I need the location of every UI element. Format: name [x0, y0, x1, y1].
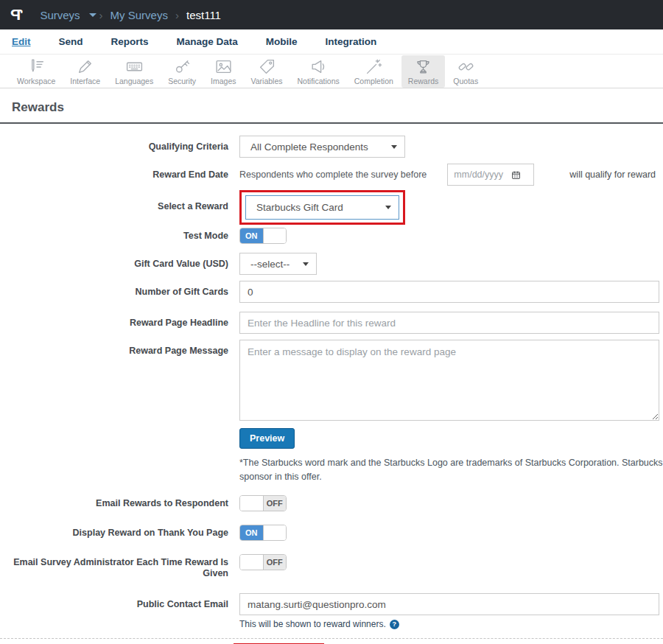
help-icon[interactable]: ? — [390, 620, 399, 629]
toolbar-item-languages[interactable]: Languages — [108, 55, 160, 88]
toolbar-item-images[interactable]: Images — [204, 55, 242, 88]
qualifying-criteria-select[interactable]: All Complete Respondents — [239, 136, 405, 158]
toggle-knob — [240, 555, 264, 570]
row-display-reward: Display Reward on Thank You Page ON — [0, 525, 663, 541]
breadcrumb-separator-icon: › — [99, 9, 103, 21]
breadcrumb-current-survey: test111 — [186, 9, 221, 21]
languages-icon — [125, 57, 144, 76]
email-admin-toggle[interactable]: OFF — [239, 554, 287, 570]
toolbar-label: Rewards — [408, 77, 438, 85]
public-contact-email-label: Public Contact Email — [0, 593, 228, 611]
gift-card-value-select[interactable]: --select-- — [239, 253, 317, 275]
reward-end-date-field[interactable] — [447, 164, 534, 186]
toolbar-item-workspace[interactable]: Workspace — [10, 55, 62, 88]
reward-page-message-textarea[interactable] — [239, 340, 659, 421]
breadcrumb-my-surveys[interactable]: My Surveys — [110, 9, 168, 21]
interface-icon — [76, 57, 94, 76]
test-mode-label: Test Mode — [0, 228, 228, 242]
disclaimer-line-2: sponsor in this offer. — [239, 470, 663, 484]
number-of-gift-cards-input[interactable] — [239, 281, 659, 303]
nav-tab-integration[interactable]: Integration — [326, 36, 377, 47]
row-gift-card-value: Gift Card Value (USD) --select-- — [0, 253, 663, 275]
number-of-gift-cards-label: Number of Gift Cards — [0, 281, 228, 298]
email-rewards-toggle[interactable]: OFF — [239, 495, 287, 511]
questionpro-logo-icon[interactable]: Ƥ — [10, 6, 22, 24]
toggle-off-state: OFF — [264, 555, 287, 570]
row-qualifying-criteria: Qualifying Criteria All Complete Respond… — [0, 136, 663, 158]
images-icon — [214, 57, 233, 76]
toolbar-item-notifications[interactable]: Notifications — [291, 55, 346, 88]
chevron-down-icon[interactable] — [89, 13, 97, 17]
row-disclaimer: *The Starbucks word mark and the Starbuc… — [0, 456, 663, 485]
top-header-bar: Ƥ Surveys › My Surveys › test111 — [0, 0, 663, 29]
reward-page-headline-label: Reward Page Headline — [0, 312, 228, 329]
toggle-knob — [263, 228, 287, 243]
nav-tab-reports[interactable]: Reports — [111, 36, 149, 47]
preview-button[interactable]: Preview — [239, 428, 295, 449]
notifications-icon — [309, 57, 328, 76]
row-number-of-gift-cards: Number of Gift Cards — [0, 281, 663, 303]
security-icon — [173, 57, 192, 76]
toolbar-label: Interface — [70, 77, 100, 85]
nav-tab-send[interactable]: Send — [59, 36, 83, 47]
breadcrumb-separator-icon: › — [175, 9, 179, 21]
variables-icon — [258, 57, 276, 76]
toolbar-item-interface[interactable]: Interface — [63, 55, 107, 88]
select-reward-value: Starbucks Gift Card — [256, 202, 343, 213]
row-select-reward: Select a Reward Starbucks Gift Card — [0, 190, 663, 225]
row-preview: Preview — [0, 428, 663, 449]
public-contact-email-input[interactable] — [239, 593, 659, 615]
reward-end-date-label: Reward End Date — [0, 164, 228, 181]
select-reward-label: Select a Reward — [0, 190, 228, 213]
toolbar-item-rewards[interactable]: Rewards — [401, 55, 445, 88]
select-caret-icon — [385, 206, 391, 209]
gift-card-value-value: --select-- — [250, 259, 290, 270]
workspace-icon — [27, 57, 46, 76]
toolbar-label: Images — [211, 77, 236, 85]
row-public-contact-email: Public Contact Email This will be shown … — [0, 593, 663, 629]
toolbar-label: Quotas — [453, 77, 478, 85]
row-reward-page-message: Reward Page Message — [0, 340, 663, 424]
display-reward-label: Display Reward on Thank You Page — [0, 525, 228, 539]
toolbar-item-variables[interactable]: Variables — [245, 55, 290, 88]
toolbar-item-security[interactable]: Security — [161, 55, 203, 88]
toggle-on-state: ON — [240, 525, 263, 540]
completion-icon — [365, 57, 383, 76]
toolbar-label: Workspace — [17, 77, 55, 85]
row-email-rewards: Email Rewards to Respondent OFF — [0, 495, 663, 511]
toggle-knob — [240, 496, 264, 511]
toggle-on-state: ON — [240, 228, 263, 243]
row-reward-end-date: Reward End Date Respondents who complete… — [0, 164, 663, 186]
email-rewards-label: Email Rewards to Respondent — [0, 495, 228, 510]
nav-tab-mobile[interactable]: Mobile — [266, 36, 298, 47]
select-reward-select[interactable]: Starbucks Gift Card — [245, 195, 399, 220]
nav-tab-edit[interactable]: Edit — [12, 36, 31, 47]
gift-card-value-label: Gift Card Value (USD) — [0, 253, 228, 270]
toggle-off-state: OFF — [264, 496, 287, 511]
toolbar-label: Variables — [251, 77, 283, 85]
display-reward-toggle[interactable]: ON — [239, 525, 287, 541]
toolbar-item-quotas[interactable]: Quotas — [446, 55, 485, 88]
select-caret-icon — [391, 145, 397, 149]
rewards-form: Qualifying Criteria All Complete Respond… — [0, 124, 663, 644]
edit-toolbar: Workspace Interface Languages Security I… — [0, 55, 663, 88]
breadcrumb-surveys[interactable]: Surveys — [40, 9, 80, 21]
qualifying-criteria-label: Qualifying Criteria — [0, 136, 228, 153]
toggle-knob — [263, 525, 287, 540]
starbucks-disclaimer: *The Starbucks word mark and the Starbuc… — [239, 456, 663, 485]
annotation-box-select-reward: Starbucks Gift Card — [239, 190, 405, 225]
toolbar-label: Notifications — [298, 77, 340, 85]
calendar-icon[interactable] — [511, 170, 521, 180]
nav-tab-manage-data[interactable]: Manage Data — [177, 36, 238, 47]
test-mode-toggle[interactable]: ON — [239, 228, 287, 244]
main-nav: Edit Send Reports Manage Data Mobile Int… — [0, 29, 663, 55]
reward-end-date-input[interactable] — [454, 169, 511, 180]
qualifying-criteria-value: All Complete Respondents — [250, 141, 368, 153]
toolbar-label: Languages — [115, 77, 153, 85]
row-email-admin: Email Survey Administrator Each Time Rew… — [0, 554, 663, 580]
reward-end-date-suffix: will qualify for reward — [569, 164, 656, 180]
toolbar-item-completion[interactable]: Completion — [348, 55, 400, 88]
select-caret-icon — [303, 262, 309, 266]
rewards-trophy-icon — [414, 57, 432, 76]
reward-page-headline-input[interactable] — [239, 312, 659, 334]
